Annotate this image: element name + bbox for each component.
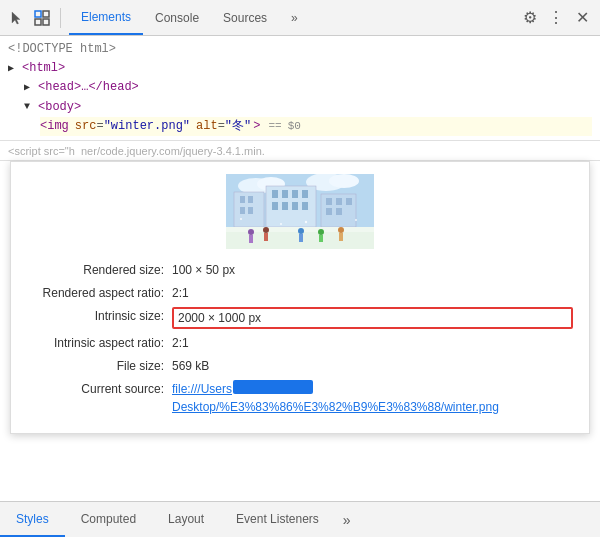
expand-html-icon: ▶	[8, 61, 20, 77]
svg-point-35	[298, 228, 304, 234]
svg-rect-3	[43, 19, 49, 25]
svg-rect-19	[272, 202, 278, 210]
tab-sources[interactable]: Sources	[211, 0, 279, 35]
img-tag-open: <img	[40, 117, 69, 136]
svg-point-39	[338, 227, 344, 233]
intrinsic-size-label: Intrinsic size:	[27, 307, 172, 325]
head-tag: <head>…</head>	[38, 78, 139, 97]
rendered-size-label: Rendered size:	[27, 261, 172, 279]
intrinsic-ratio-label: Intrinsic aspect ratio:	[27, 334, 172, 352]
svg-rect-12	[240, 207, 245, 214]
current-source-value: file:///UsersDesktop/%E3%83%86%E3%82%B9%…	[172, 380, 573, 416]
bottom-tab-bar: Styles Computed Layout Event Listeners »	[0, 501, 600, 537]
intrinsic-size-value: 2000 × 1000 px	[172, 307, 573, 329]
tab-layout[interactable]: Layout	[152, 502, 220, 537]
intrinsic-ratio-row: Intrinsic aspect ratio: 2:1	[27, 334, 573, 352]
svg-point-8	[329, 174, 359, 188]
tab-elements[interactable]: Elements	[69, 0, 143, 35]
dom-tree: <!DOCTYPE html> ▶ <html> ▶ <head>…</head…	[0, 36, 600, 141]
dom-line-html[interactable]: ▶ <html>	[8, 59, 592, 78]
img-src-attr: src="winter.png"	[75, 117, 190, 136]
svg-rect-25	[336, 198, 342, 205]
svg-rect-10	[240, 196, 245, 203]
svg-point-43	[305, 221, 307, 223]
toolbar-separator	[60, 8, 61, 28]
intrinsic-ratio-value: 2:1	[172, 334, 573, 352]
close-icon[interactable]: ✕	[572, 8, 592, 28]
rendered-size-value: 100 × 50 px	[172, 261, 573, 279]
svg-rect-34	[264, 233, 268, 241]
svg-rect-28	[336, 208, 342, 215]
rendered-ratio-row: Rendered aspect ratio: 2:1	[27, 284, 573, 302]
source-prefix: file:///Users	[172, 380, 232, 398]
dom-line-body[interactable]: ▼ <body>	[24, 98, 592, 117]
tab-event-listeners[interactable]: Event Listeners	[220, 502, 335, 537]
svg-rect-2	[35, 19, 41, 25]
file-size-value: 569 kB	[172, 357, 573, 375]
bottom-tab-more-icon[interactable]: »	[335, 512, 359, 528]
svg-rect-24	[326, 198, 332, 205]
image-info-popover: Rendered size: 100 × 50 px Rendered aspe…	[10, 161, 590, 434]
svg-point-44	[355, 219, 357, 221]
devtools-toolbar: Elements Console Sources » ⚙ ⋮ ✕	[0, 0, 600, 36]
expand-head-icon: ▶	[24, 80, 36, 96]
svg-rect-21	[292, 202, 298, 210]
dom-line-doctype: <!DOCTYPE html>	[8, 40, 592, 59]
current-source-row: Current source: file:///UsersDesktop/%E3…	[27, 380, 573, 416]
svg-rect-16	[282, 190, 288, 198]
svg-point-41	[240, 218, 242, 220]
file-size-row: File size: 569 kB	[27, 357, 573, 375]
svg-rect-1	[43, 11, 49, 17]
source-suffix: Desktop/%E3%83%86%E3%82%B9%E3%83%88/wint…	[172, 398, 499, 416]
tab-computed[interactable]: Computed	[65, 502, 152, 537]
svg-rect-11	[248, 196, 253, 203]
toolbar-right-icons: ⚙ ⋮ ✕	[520, 8, 592, 28]
winter-image-preview	[226, 174, 374, 249]
svg-rect-38	[319, 235, 323, 242]
tab-styles[interactable]: Styles	[0, 502, 65, 537]
dom-line-head[interactable]: ▶ <head>…</head>	[24, 78, 592, 97]
svg-rect-36	[299, 234, 303, 242]
svg-rect-17	[292, 190, 298, 198]
svg-point-42	[280, 223, 282, 225]
svg-rect-26	[346, 198, 352, 205]
gear-icon[interactable]: ⚙	[520, 8, 540, 28]
rendered-size-row: Rendered size: 100 × 50 px	[27, 261, 573, 279]
html-tag: <html>	[22, 59, 65, 78]
image-preview	[27, 174, 573, 249]
svg-point-37	[318, 229, 324, 235]
img-alt-attr: alt="冬"	[196, 117, 251, 136]
rendered-ratio-value: 2:1	[172, 284, 573, 302]
main-content: Rendered size: 100 × 50 px Rendered aspe…	[0, 161, 600, 537]
more-options-icon[interactable]: ⋮	[546, 8, 566, 28]
source-blurred	[233, 380, 313, 394]
svg-rect-27	[326, 208, 332, 215]
tab-console[interactable]: Console	[143, 0, 211, 35]
toolbar-tabs: Elements Console Sources »	[69, 0, 516, 35]
dom-dollar-zero: $0	[288, 118, 301, 136]
svg-point-33	[263, 227, 269, 233]
img-tag-close: >	[253, 117, 260, 136]
dom-eq-sign: ==	[268, 118, 281, 136]
svg-rect-13	[248, 207, 253, 214]
cursor-icon[interactable]	[8, 8, 28, 28]
dom-line-img[interactable]: <img src="winter.png" alt="冬" > == $0	[40, 117, 592, 136]
svg-rect-15	[272, 190, 278, 198]
dom-hint-line: <script src="h ner/code.jquery.com/jquer…	[0, 141, 600, 161]
body-tag: <body>	[38, 98, 81, 117]
svg-rect-40	[339, 233, 343, 241]
intrinsic-size-row: Intrinsic size: 2000 × 1000 px	[27, 307, 573, 329]
svg-rect-0	[35, 11, 41, 17]
svg-rect-18	[302, 190, 308, 198]
svg-rect-20	[282, 202, 288, 210]
file-size-label: File size:	[27, 357, 172, 375]
svg-rect-32	[249, 235, 253, 243]
rendered-ratio-label: Rendered aspect ratio:	[27, 284, 172, 302]
svg-rect-22	[302, 202, 308, 210]
current-source-label: Current source:	[27, 380, 172, 398]
doctype-text: <!DOCTYPE html>	[8, 40, 116, 59]
svg-point-31	[248, 229, 254, 235]
expand-body-icon: ▼	[24, 99, 36, 115]
inspect-icon[interactable]	[32, 8, 52, 28]
tab-more[interactable]: »	[279, 0, 310, 35]
